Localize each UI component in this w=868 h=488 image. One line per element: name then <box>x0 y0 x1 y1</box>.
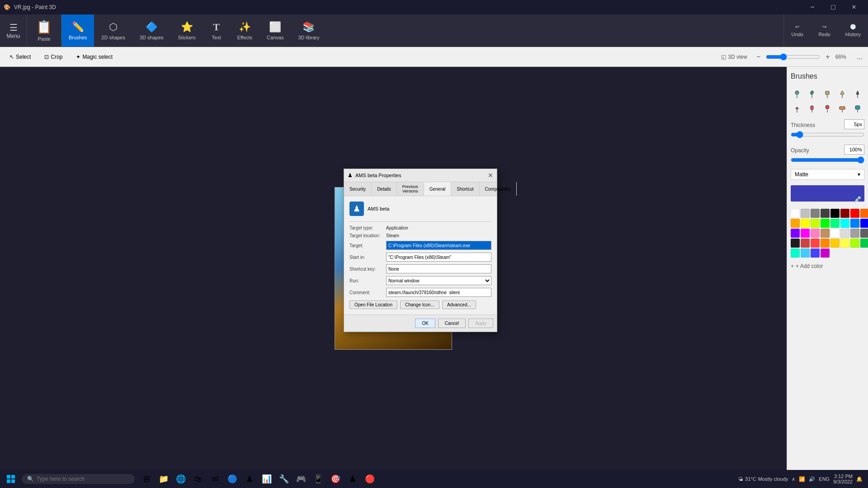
toolbar-effects[interactable]: ✨ Effects <box>230 14 259 47</box>
color-swatch[interactable] <box>791 209 800 218</box>
toolbar-canvas[interactable]: ⬜ Canvas <box>259 14 291 47</box>
brush-calligraphy[interactable] <box>806 88 818 100</box>
color-swatch[interactable] <box>791 249 800 258</box>
app2-button[interactable]: 🔧 <box>276 471 292 487</box>
steam-button[interactable]: ♟ <box>241 471 258 487</box>
app6-button[interactable]: ♟ <box>344 471 361 487</box>
thickness-input[interactable] <box>844 119 864 129</box>
tab-shortcut[interactable]: Shortcut <box>451 182 479 196</box>
opacity-slider[interactable] <box>791 156 864 164</box>
close-button[interactable]: × <box>844 0 864 14</box>
color-swatch[interactable] <box>850 209 859 218</box>
shortcut-key-input[interactable] <box>386 264 491 273</box>
color-swatch[interactable] <box>801 229 810 238</box>
color-swatch[interactable] <box>840 229 849 238</box>
dialog-close-button[interactable]: ✕ <box>488 172 493 179</box>
toolbar-3dlibrary[interactable]: 📚 3D library <box>291 14 326 47</box>
select-button[interactable]: ↖ Select <box>4 50 37 64</box>
run-select[interactable]: Normal window Minimized Maximized <box>386 276 491 285</box>
color-swatch[interactable] <box>801 219 810 228</box>
color-swatch[interactable] <box>830 209 840 218</box>
color-swatch[interactable] <box>850 219 859 228</box>
app5-button[interactable]: 🎯 <box>327 471 344 487</box>
color-swatch[interactable] <box>821 249 830 258</box>
color-swatch[interactable] <box>811 209 820 218</box>
brush-special[interactable] <box>851 102 864 115</box>
app3-button[interactable]: 🎮 <box>293 471 309 487</box>
color-swatch[interactable] <box>801 249 810 258</box>
tab-compatibility[interactable]: Compatibility <box>480 182 517 196</box>
more-options-button[interactable]: ... <box>855 51 864 63</box>
color-swatch[interactable] <box>811 249 820 258</box>
tab-general[interactable]: General <box>424 182 452 196</box>
start-in-input[interactable] <box>386 253 491 262</box>
color-swatch[interactable] <box>791 239 800 248</box>
toolbar-2dshapes[interactable]: ⬡ 2D shapes <box>94 14 132 47</box>
color-swatch[interactable] <box>791 219 800 228</box>
thickness-slider[interactable] <box>791 131 864 138</box>
toolbar-3dshapes[interactable]: 🔷 3D shapes <box>132 14 171 47</box>
finish-dropdown[interactable]: Matte ▾ <box>791 169 864 180</box>
color-swatch[interactable] <box>821 239 830 248</box>
app7-button[interactable]: 🔴 <box>362 471 378 487</box>
color-swatch[interactable] <box>850 229 859 238</box>
color-swatch[interactable] <box>801 239 810 248</box>
color-swatch[interactable] <box>850 239 859 248</box>
edge-button[interactable]: 🌐 <box>173 471 189 487</box>
search-input[interactable] <box>37 476 118 482</box>
color-swatch[interactable] <box>811 219 820 228</box>
app1-button[interactable]: 📊 <box>259 471 275 487</box>
3d-view-toggle[interactable]: ◱ 3D view <box>721 54 747 60</box>
menu-button[interactable]: ☰ Menu <box>0 14 27 47</box>
advanced-button[interactable]: Advanced... <box>442 300 476 309</box>
color-swatch[interactable] <box>860 209 868 218</box>
color-swatch[interactable] <box>840 209 849 218</box>
color-swatch[interactable] <box>830 219 840 228</box>
brush-pointed[interactable] <box>836 88 849 100</box>
paste-button[interactable]: 📋 Paste <box>27 14 61 47</box>
zoom-in-button[interactable]: + <box>824 51 831 63</box>
zoom-slider[interactable] <box>766 53 820 61</box>
tab-previous-versions[interactable]: Previous Versions <box>397 182 424 196</box>
system-tray-expand[interactable]: ∧ <box>792 476 795 482</box>
color-swatch[interactable] <box>811 239 820 248</box>
color-swatch[interactable] <box>840 239 849 248</box>
brush-round[interactable] <box>791 88 803 100</box>
zoom-out-button[interactable]: − <box>755 51 762 63</box>
color-swatch[interactable] <box>821 209 830 218</box>
target-input[interactable] <box>386 241 491 250</box>
tab-security[interactable]: Security <box>344 182 372 196</box>
ok-button[interactable]: OK <box>415 319 435 328</box>
toolbar-brushes[interactable]: ✏️ Brushes <box>61 14 94 47</box>
brush-dark-pointed[interactable] <box>851 88 864 100</box>
notifications-button[interactable]: 🔔 <box>856 476 863 482</box>
add-color-button[interactable]: + + Add color <box>791 261 864 271</box>
brush-flat[interactable] <box>821 88 834 100</box>
eyedropper-button[interactable]: 💉 <box>854 195 863 203</box>
color-swatch[interactable] <box>830 229 840 238</box>
color-swatch[interactable] <box>830 239 840 248</box>
taskbar-search[interactable]: 🔍 <box>22 474 135 484</box>
color-swatch[interactable] <box>791 229 800 238</box>
color-swatch[interactable] <box>840 219 849 228</box>
brush-marker[interactable] <box>806 102 818 115</box>
store-button[interactable]: 🛍 <box>190 471 206 487</box>
brush-round2[interactable] <box>821 102 834 115</box>
brush-wide[interactable] <box>836 102 849 115</box>
undo-button[interactable]: ↩ Undo <box>784 14 811 47</box>
crop-button[interactable]: ⊡ Crop <box>38 50 68 64</box>
properties-dialog[interactable]: ♟ AMS beta Properties ✕ Security Details… <box>344 169 497 332</box>
start-button[interactable] <box>0 470 22 488</box>
tab-details[interactable]: Details <box>372 182 397 196</box>
color-swatch[interactable] <box>821 229 830 238</box>
color-swatch[interactable] <box>811 229 820 238</box>
opacity-input[interactable] <box>844 145 864 155</box>
cancel-button[interactable]: Cancel <box>438 319 466 328</box>
app4-button[interactable]: 📱 <box>310 471 326 487</box>
history-button[interactable]: 🕐 History <box>838 14 868 47</box>
color-swatch[interactable] <box>860 229 868 238</box>
minimize-button[interactable]: − <box>802 0 823 14</box>
mail-button[interactable]: ✉ <box>207 471 223 487</box>
color-swatch[interactable] <box>860 219 868 228</box>
magic-select-button[interactable]: ✦ Magic select <box>70 50 118 64</box>
